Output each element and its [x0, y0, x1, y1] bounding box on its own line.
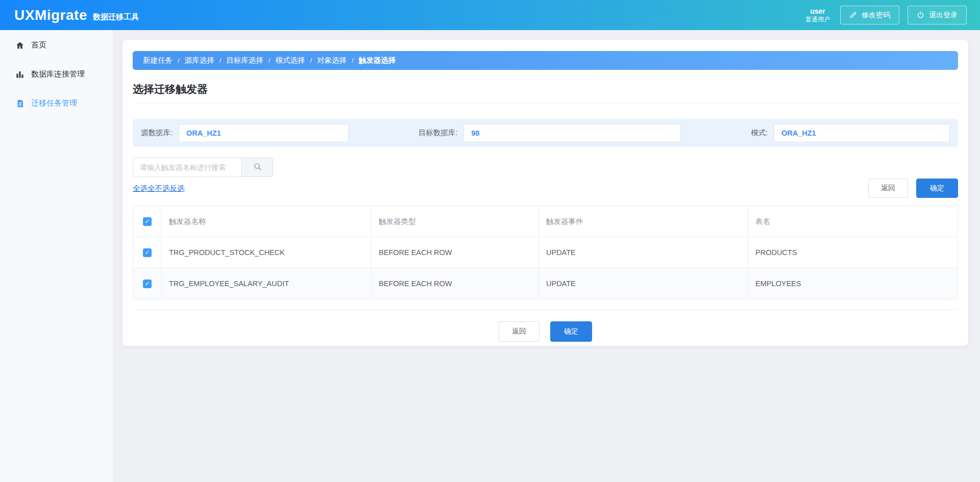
confirm-button-bottom[interactable]: 确定 [550, 321, 592, 342]
breadcrumb-item-source-db[interactable]: 源库选择 [185, 56, 214, 65]
sidebar-item-label: 迁移任务管理 [31, 98, 77, 108]
target-db-label: 目标数据库: [419, 128, 458, 138]
cell-trigger-event: UPDATE [539, 268, 748, 299]
source-db-label: 源数据库: [141, 128, 173, 138]
search-icon [253, 162, 262, 172]
select-none-link[interactable]: 全不选 [148, 184, 170, 193]
breadcrumb-separator: / [219, 57, 222, 64]
back-button-bottom[interactable]: 返回 [499, 321, 540, 342]
cell-trigger-type: BEFORE EACH ROW [372, 268, 539, 299]
username: user [805, 7, 830, 16]
pencil-icon [849, 11, 857, 19]
back-button-top[interactable]: 返回 [868, 179, 908, 198]
logout-button[interactable]: 退出登录 [908, 6, 967, 24]
select-all-checkbox[interactable]: ✓ [143, 217, 152, 226]
row-checkbox[interactable]: ✓ [143, 280, 152, 288]
schema-field: 模式: ORA_HZ1 [751, 124, 950, 142]
app-logo: UXMigrate [14, 7, 87, 23]
search-input[interactable] [133, 158, 241, 177]
table-row[interactable]: ✓ TRG_PRODUCT_STOCK_CHECK BEFORE EACH RO… [133, 237, 958, 268]
table-header-row: ✓ 触发器名称 触发器类型 触发器事件 表名 [133, 206, 958, 237]
column-header-trigger-name: 触发器名称 [162, 206, 372, 237]
breadcrumb-separator: / [178, 57, 180, 64]
confirm-button-top[interactable]: 确定 [916, 179, 958, 198]
bar-chart-icon [15, 70, 24, 79]
breadcrumb-separator: / [310, 57, 312, 64]
cell-trigger-event: UPDATE [539, 237, 748, 268]
cell-trigger-name: TRG_PRODUCT_STOCK_CHECK [162, 237, 372, 268]
change-password-button[interactable]: 修改密码 [840, 6, 899, 24]
table-row[interactable]: ✓ TRG_EMPLOYEE_SALARY_AUDIT BEFORE EACH … [133, 268, 958, 299]
breadcrumb-item-objects[interactable]: 对象选择 [317, 56, 347, 65]
breadcrumb-item-target-db[interactable]: 目标库选择 [226, 56, 263, 65]
app-logo-subtitle: 数据迁移工具 [93, 9, 139, 22]
breadcrumb-item-triggers[interactable]: 触发器选择 [359, 56, 396, 65]
info-bar: 源数据库: ORA_HZ1 目标数据库: 98 模式: ORA_HZ1 [133, 119, 958, 147]
target-db-value[interactable]: 98 [463, 124, 681, 142]
column-header-table-name: 表名 [748, 206, 958, 237]
sidebar-item-label: 数据库连接管理 [31, 69, 85, 79]
search-row [133, 158, 958, 177]
task-list-icon [15, 99, 24, 108]
app-header: UXMigrate 数据迁移工具 user 普通用户 修改密码 退出登录 [0, 0, 980, 30]
cell-trigger-type: BEFORE EACH ROW [372, 237, 539, 268]
breadcrumb: 新建任务 / 源库选择 / 目标库选择 / 模式选择 / 对象选择 / 触发器选… [133, 51, 958, 70]
footer-actions: 返回 确定 [133, 321, 958, 342]
source-db-field: 源数据库: ORA_HZ1 [141, 124, 349, 142]
footer-divider [133, 310, 958, 310]
trigger-table: ✓ 触发器名称 触发器类型 触发器事件 表名 ✓ TRG_PRODUCT_STO… [133, 206, 958, 299]
selection-actions-row: 全选 全不选 反选 返回 确定 [133, 179, 958, 198]
sidebar: 首页 数据库连接管理 迁移任务管理 [0, 30, 113, 482]
sidebar-item-home[interactable]: 首页 [0, 31, 113, 60]
change-password-label: 修改密码 [862, 11, 890, 20]
breadcrumb-separator: / [352, 57, 354, 64]
main-area: 新建任务 / 源库选择 / 目标库选择 / 模式选择 / 对象选择 / 触发器选… [113, 30, 980, 482]
logout-label: 退出登录 [929, 11, 958, 20]
user-info: user 普通用户 [805, 7, 830, 24]
column-header-trigger-type: 触发器类型 [372, 206, 539, 237]
cell-table-name: EMPLOYEES [748, 268, 958, 299]
breadcrumb-separator: / [268, 57, 271, 64]
schema-value[interactable]: ORA_HZ1 [774, 124, 950, 142]
cell-table-name: PRODUCTS [748, 237, 958, 268]
breadcrumb-item-new-task[interactable]: 新建任务 [143, 56, 173, 65]
power-icon [917, 11, 924, 19]
sidebar-item-migration-tasks[interactable]: 迁移任务管理 [0, 89, 113, 118]
page-title: 选择迁移触发器 [133, 82, 958, 104]
breadcrumb-item-schema[interactable]: 模式选择 [275, 56, 305, 65]
invert-selection-link[interactable]: 反选 [170, 184, 185, 193]
sidebar-item-db-connections[interactable]: 数据库连接管理 [0, 60, 113, 89]
home-icon [15, 41, 24, 50]
row-checkbox[interactable]: ✓ [143, 248, 152, 257]
content-card: 新建任务 / 源库选择 / 目标库选择 / 模式选择 / 对象选择 / 触发器选… [122, 40, 968, 346]
column-header-trigger-event: 触发器事件 [539, 206, 748, 237]
target-db-field: 目标数据库: 98 [419, 124, 681, 142]
sidebar-item-label: 首页 [31, 40, 46, 50]
header-right: user 普通用户 修改密码 退出登录 [805, 6, 967, 24]
source-db-value[interactable]: ORA_HZ1 [179, 124, 349, 142]
user-role: 普通用户 [805, 16, 830, 24]
select-all-link[interactable]: 全选 [133, 184, 148, 193]
cell-trigger-name: TRG_EMPLOYEE_SALARY_AUDIT [162, 268, 372, 299]
search-button[interactable] [241, 158, 273, 177]
schema-label: 模式: [751, 128, 768, 138]
